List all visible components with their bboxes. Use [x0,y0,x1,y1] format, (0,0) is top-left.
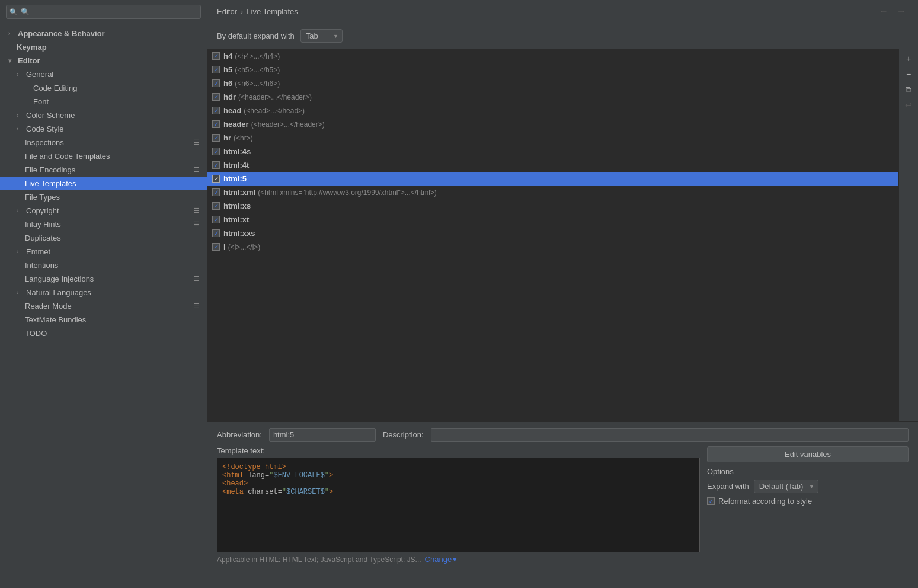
sidebar-item-code-style[interactable]: ›Code Style [0,122,207,136]
template-item-htmlxml[interactable]: html:xml(<html xmlns="http://www.w3.org/… [207,186,898,199]
sidebar-item-reader-mode[interactable]: Reader Mode☰ [0,299,207,313]
sidebar-item-font[interactable]: Font [0,95,207,108]
main-panel: Editor › Live Templates ← → By default e… [207,0,918,588]
template-name-i: i [223,242,226,251]
sidebar-label-duplicates: Duplicates [25,234,201,242]
expand-with-option-label: Expand with [707,482,749,491]
template-checkbox-html4s[interactable] [212,148,220,155]
search-bar: 🔍 [0,0,207,24]
sidebar-label-natural-languages: Natural Languages [26,288,201,297]
copy-template-button[interactable]: ⧉ [901,82,916,97]
template-item-h4[interactable]: h4(<h4>...</h4>) [207,49,898,63]
template-checkbox-header[interactable] [212,120,220,128]
sidebar-item-duplicates[interactable]: Duplicates [0,231,207,245]
template-checkbox-hr[interactable] [212,134,220,142]
sidebar-item-emmet[interactable]: ›Emmet [0,245,207,258]
template-checkbox-h4[interactable] [212,52,220,60]
expand-with-select[interactable]: Default (Tab)TabEnterSpace [754,480,818,493]
template-item-hdr[interactable]: hdr(<header>...</header>) [207,90,898,104]
template-item-h5[interactable]: h5(<h5>...</h5>) [207,63,898,76]
reformat-checkbox[interactable] [707,497,715,505]
sidebar-label-editor: Editor [18,56,201,65]
template-item-hr[interactable]: hr(<hr>) [207,131,898,145]
code-line-4: <meta charset="$CHARSET$"> [222,488,695,496]
undo-template-button[interactable]: ↩ [901,98,916,112]
sidebar-label-file-and-code-templates: File and Code Templates [25,152,201,161]
sidebar-item-live-templates[interactable]: Live Templates [0,177,207,190]
template-checkbox-hdr[interactable] [212,93,220,101]
template-name-h4: h4 [223,52,232,60]
sidebar-item-textmate-bundles[interactable]: TextMate Bundles [0,313,207,327]
reformat-checkbox-row[interactable]: Reformat according to style [707,497,909,506]
sidebar-item-file-and-code-templates[interactable]: File and Code Templates [0,149,207,163]
add-template-button[interactable]: + [901,52,916,66]
sidebar-badge-file-encodings: ☰ [193,166,201,174]
sidebar-item-file-types[interactable]: File Types [0,190,207,204]
sidebar-label-code-style: Code Style [26,124,201,133]
code-line-3: <head> [222,480,695,488]
back-button[interactable]: ← [877,5,891,18]
edit-variables-button[interactable]: Edit variables [707,446,909,462]
template-desc-h6: (<h6>...</h6>) [235,79,280,88]
template-checkbox-htmlxt[interactable] [212,216,220,223]
sidebar-item-natural-languages[interactable]: ›Natural Languages [0,286,207,299]
change-link[interactable]: Change ▾ [425,555,458,564]
sidebar-item-keymap[interactable]: Keymap [0,40,207,54]
expand-dropdown[interactable]: TabEnterSpace [300,29,343,43]
template-name-htmlxxs: html:xxs [223,229,255,238]
template-name-html4s: html:4s [223,147,251,156]
template-item-html4s[interactable]: html:4s [207,145,898,158]
sidebar-arrow-copyright: › [17,207,25,214]
remove-template-button[interactable]: − [901,67,916,81]
template-item-html4t[interactable]: html:4t [207,158,898,172]
sidebar-item-language-injections[interactable]: Language Injections☰ [0,272,207,286]
sidebar-item-code-editing[interactable]: Code Editing [0,81,207,95]
sidebar-item-copyright[interactable]: ›Copyright☰ [0,204,207,218]
template-item-h6[interactable]: h6(<h6>...</h6>) [207,76,898,90]
sidebar-label-color-scheme: Color Scheme [26,111,201,120]
sidebar-label-file-types: File Types [25,193,201,202]
forward-button[interactable]: → [894,5,909,18]
template-desc-header: (<header>...</header>) [251,120,325,129]
sidebar-item-inlay-hints[interactable]: Inlay Hints☰ [0,218,207,231]
sidebar-badge-language-injections: ☰ [193,275,201,283]
template-item-i[interactable]: i(<i>...</i>) [207,240,898,254]
sidebar-label-intentions: Intentions [25,261,201,270]
sidebar-item-color-scheme[interactable]: ›Color Scheme [0,108,207,122]
template-item-htmlxs[interactable]: html:xs [207,199,898,213]
template-item-html5[interactable]: html:5 [207,172,898,186]
template-checkbox-h5[interactable] [212,66,220,74]
expand-dropdown-wrapper: TabEnterSpace [300,29,343,43]
expand-with-dropdown-wrapper: Default (Tab)TabEnterSpace [754,480,818,493]
sidebar-item-todo[interactable]: TODO [0,327,207,340]
search-input[interactable] [6,5,201,19]
template-checkbox-i[interactable] [212,243,220,251]
code-editor[interactable]: <!doctype html> <html lang="$ENV_LOCALE$… [217,458,700,552]
sidebar-item-inspections[interactable]: Inspections☰ [0,136,207,149]
sidebar-item-general[interactable]: ›General [0,68,207,81]
template-checkbox-html4t[interactable] [212,161,220,169]
sidebar-badge-inlay-hints: ☰ [193,220,201,229]
template-checkbox-htmlxs[interactable] [212,202,220,210]
template-desc-hdr: (<header>...</header>) [238,93,312,101]
sidebar-arrow-emmet: › [17,248,25,255]
change-arrow-icon: ▾ [453,555,457,564]
template-checkbox-htmlxxs[interactable] [212,229,220,237]
sidebar-item-intentions[interactable]: Intentions [0,258,207,272]
template-name-h5: h5 [223,65,232,74]
template-checkbox-h6[interactable] [212,79,220,87]
template-item-header[interactable]: header(<header>...</header>) [207,117,898,131]
options-title: Options [707,467,909,476]
template-checkbox-html5[interactable] [212,175,220,183]
sidebar-item-editor[interactable]: ▾Editor [0,54,207,68]
template-item-htmlxt[interactable]: html:xt [207,213,898,226]
template-item-htmlxxs[interactable]: html:xxs [207,226,898,240]
abbreviation-input[interactable] [269,428,376,442]
sidebar-item-file-encodings[interactable]: File Encodings☰ [0,163,207,177]
sidebar-item-appearance[interactable]: ›Appearance & Behavior [0,27,207,40]
template-checkbox-head[interactable] [212,107,220,114]
template-checkbox-htmlxml[interactable] [212,188,220,196]
description-input[interactable] [431,428,909,442]
template-name-htmlxml: html:xml [223,188,255,197]
template-item-head[interactable]: head(<head>...</head>) [207,104,898,117]
